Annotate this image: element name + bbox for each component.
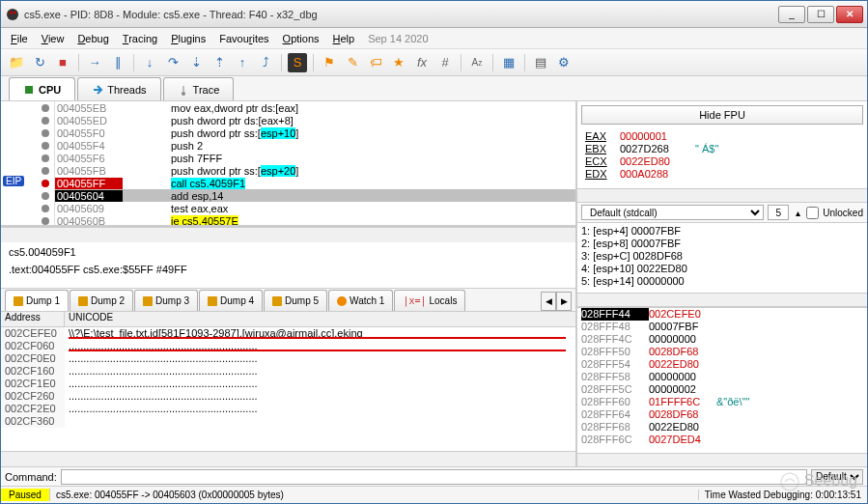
register-row[interactable]: EBX0027D268" Á$" xyxy=(585,143,859,155)
disasm-row[interactable]: 004055F4push 2 xyxy=(55,139,575,152)
register-row[interactable]: EDX000A0288 xyxy=(585,168,859,181)
register-row[interactable]: ECX0022ED80 xyxy=(585,155,859,168)
disasm-row[interactable]: 004055EBmov eax,dword ptr ds:[eax] xyxy=(55,101,575,114)
menu-plugins[interactable]: Plugins xyxy=(171,33,206,44)
settings-icon[interactable]: ⚙ xyxy=(554,53,574,72)
stop-icon[interactable]: ■ xyxy=(53,53,72,72)
stack-row[interactable]: 028FFF6C0027DED4 xyxy=(581,434,867,446)
open-icon[interactable]: 📁 xyxy=(7,53,26,72)
command-mode-select[interactable]: Default xyxy=(811,469,863,485)
tab-scroll-left-icon[interactable]: ◀ xyxy=(541,292,556,311)
stack-row[interactable]: 028FFF5800000000 xyxy=(581,371,867,383)
dump-col-address: Address xyxy=(1,312,65,326)
modules-icon[interactable]: ▦ xyxy=(499,53,518,72)
disasm-row[interactable]: 004055FFcall cs5.4059F1 xyxy=(55,177,575,189)
stepover-icon[interactable]: ↷ xyxy=(163,53,182,72)
stack-panel[interactable]: 028FFF44002CEFE0028FFF4800007FBF028FFF4C… xyxy=(577,306,867,453)
stepinto-icon[interactable]: ↓ xyxy=(140,53,159,72)
menu-bar: File View Debug Tracing Plugins Favourit… xyxy=(1,28,867,49)
breakpoint-icon[interactable] xyxy=(42,180,49,187)
stack-row[interactable]: 028FFF4C00000000 xyxy=(581,333,867,346)
status-paused: Paused xyxy=(1,489,50,501)
command-input[interactable] xyxy=(61,469,807,485)
registers-panel[interactable]: EAX00000001EBX0027D268" Á$"ECX0022ED80ED… xyxy=(577,128,867,188)
stack-row[interactable]: 028FFF680022ED80 xyxy=(581,421,867,434)
dump-panel[interactable]: Address UNICODE 002CEFE0\\?\E:\test_file… xyxy=(1,312,575,466)
runtoret-icon[interactable]: ↑ xyxy=(233,53,252,72)
run-icon[interactable]: → xyxy=(85,53,104,72)
menu-tracing[interactable]: Tracing xyxy=(123,33,157,44)
dump-row[interactable]: 002CF1E0................................… xyxy=(1,378,575,390)
maximize-button[interactable]: ☐ xyxy=(807,6,834,23)
menu-file[interactable]: File xyxy=(11,33,28,44)
traceover-icon[interactable]: ⇡ xyxy=(210,53,229,72)
minimize-button[interactable]: _ xyxy=(778,6,805,23)
menu-favourites[interactable]: Favourites xyxy=(219,33,268,44)
calling-convention-select[interactable]: Default (stdcall) xyxy=(581,205,764,220)
tab-dump4[interactable]: Dump 4 xyxy=(199,290,263,311)
stack-row[interactable]: 028FFF44002CEFE0 xyxy=(581,308,867,321)
menu-debug[interactable]: Debug xyxy=(77,33,108,44)
tab-dump5[interactable]: Dump 5 xyxy=(264,290,327,311)
stack-row[interactable]: 028FFF640028DF68 xyxy=(581,408,867,421)
dump-row[interactable]: 002CF160................................… xyxy=(1,365,575,378)
close-button[interactable]: ✕ xyxy=(836,6,863,23)
info-line2: .text:004055FF cs5.exe:$55FF #49FF xyxy=(9,264,568,275)
svg-point-1 xyxy=(10,11,13,14)
arg-count-input[interactable] xyxy=(768,205,789,220)
pause-icon[interactable]: ∥ xyxy=(108,53,127,72)
disasm-row[interactable]: 004055F6push 7FFF xyxy=(55,152,575,164)
stack-row[interactable]: 028FFF5C00000002 xyxy=(581,383,867,396)
disasm-row[interactable]: 004055FBpush dword ptr ss:[esp+20] xyxy=(55,164,575,177)
stack-hscroll[interactable] xyxy=(577,453,867,466)
strings-icon[interactable]: Az xyxy=(467,53,487,72)
menu-options[interactable]: Options xyxy=(283,33,320,44)
disasm-row[interactable]: 0040560Bje cs5.40557E xyxy=(55,214,575,225)
comments-icon[interactable]: ✎ xyxy=(343,53,362,72)
dump-row[interactable]: 002CF360 xyxy=(1,415,575,428)
tab-dump2[interactable]: Dump 2 xyxy=(70,290,133,311)
tab-dump1[interactable]: Dump 1 xyxy=(5,290,69,311)
dump-hscroll[interactable] xyxy=(1,451,575,466)
restart-icon[interactable]: ↻ xyxy=(30,53,49,72)
tab-watch1[interactable]: Watch 1 xyxy=(328,290,393,311)
menu-view[interactable]: View xyxy=(42,33,65,44)
runtouser-icon[interactable]: ⤴ xyxy=(256,53,275,72)
unlocked-checkbox[interactable] xyxy=(806,207,819,219)
bookmarks-icon[interactable]: ★ xyxy=(389,53,408,72)
disasm-row[interactable]: 004055EDpush dword ptr ds:[eax+8] xyxy=(55,114,575,126)
dump-row[interactable]: 002CEFE0\\?\E:\test_file.txt.id[581F1093… xyxy=(1,327,575,340)
dump-row[interactable]: 002CF060................................… xyxy=(1,340,575,352)
fx-icon[interactable]: fx xyxy=(412,53,432,72)
disassembly-panel[interactable]: EIP 004055EBmov eax,dword ptr ds:[eax]00… xyxy=(1,101,575,227)
disasm-row[interactable]: 00405609test eax,eax xyxy=(55,202,575,214)
scylla-icon[interactable]: S xyxy=(288,53,307,72)
args-panel[interactable]: 1: [esp+4] 00007FBF2: [esp+8] 00007FBF3:… xyxy=(577,223,867,293)
stack-row[interactable]: 028FFF4800007FBF xyxy=(581,321,867,333)
calc-icon[interactable]: ▤ xyxy=(531,53,550,72)
disasm-row[interactable]: 00405604add esp,14 xyxy=(55,189,575,202)
tab-dump3[interactable]: Dump 3 xyxy=(134,290,198,311)
args-hscroll[interactable] xyxy=(577,293,867,306)
traceinto-icon[interactable]: ⇣ xyxy=(186,53,206,72)
tab-trace[interactable]: Trace xyxy=(163,77,235,100)
stack-row[interactable]: 028FFF6001FFFF6C&"ðë\"" xyxy=(581,396,867,408)
patches-icon[interactable]: ⚑ xyxy=(320,53,339,72)
menu-help[interactable]: Help xyxy=(333,33,355,44)
hash-icon[interactable]: # xyxy=(435,53,455,72)
disasm-row[interactable]: 004055F0push dword ptr ss:[esp+10] xyxy=(55,126,575,139)
stack-row[interactable]: 028FFF540022ED80 xyxy=(581,358,867,371)
regs-hscroll[interactable] xyxy=(577,188,867,202)
hide-fpu-button[interactable]: Hide FPU xyxy=(581,105,863,125)
stack-row[interactable]: 028FFF500028DF68 xyxy=(581,346,867,358)
dump-row[interactable]: 002CF0E0................................… xyxy=(1,352,575,365)
tab-cpu[interactable]: CPU xyxy=(9,77,75,100)
dump-row[interactable]: 002CF2E0................................… xyxy=(1,403,575,415)
dump-row[interactable]: 002CF260................................… xyxy=(1,390,575,403)
disasm-hscroll[interactable] xyxy=(1,227,575,242)
labels-icon[interactable]: 🏷 xyxy=(366,53,385,72)
tab-scroll-right-icon[interactable]: ▶ xyxy=(556,292,572,311)
tab-locals[interactable]: |x=|Locals xyxy=(394,290,465,311)
register-row[interactable]: EAX00000001 xyxy=(585,130,859,143)
tab-threads[interactable]: Threads xyxy=(77,77,160,100)
